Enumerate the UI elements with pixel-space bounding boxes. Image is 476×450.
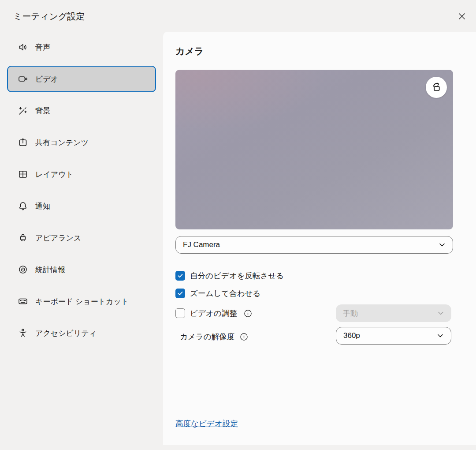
sidebar-item-label: アピアランス bbox=[35, 233, 81, 243]
sidebar-item-label: 統計情報 bbox=[35, 265, 65, 275]
info-icon[interactable] bbox=[240, 333, 248, 341]
rotate-camera-icon bbox=[431, 81, 442, 94]
sidebar-item-keyboard-shortcuts[interactable]: キーボード ショートカット bbox=[7, 288, 156, 315]
speaker-icon bbox=[18, 42, 28, 52]
section-heading: カメラ bbox=[175, 45, 204, 57]
sidebar-item-notifications[interactable]: 通知 bbox=[7, 193, 156, 219]
sidebar-item-label: 背景 bbox=[35, 106, 50, 116]
camera-resolution-select[interactable]: 360p bbox=[336, 327, 451, 345]
sidebar-item-accessibility[interactable]: アクセシビリティ bbox=[7, 320, 156, 346]
keyboard-icon bbox=[18, 296, 28, 307]
layout-grid-icon bbox=[18, 169, 28, 180]
paint-brush-icon bbox=[18, 232, 28, 243]
mirror-video-checkbox[interactable] bbox=[175, 271, 185, 281]
bell-icon bbox=[18, 201, 28, 211]
sidebar-item-label: アクセシビリティ bbox=[35, 328, 97, 338]
camera-resolution-row: カメラの解像度 bbox=[180, 331, 248, 342]
camera-preview bbox=[175, 70, 453, 229]
video-adjust-mode-value: 手動 bbox=[343, 308, 358, 319]
sidebar-item-video[interactable]: ビデオ bbox=[7, 66, 156, 92]
camera-resolution-value: 360p bbox=[343, 331, 360, 340]
magic-wand-icon bbox=[18, 105, 28, 116]
sidebar-item-background[interactable]: 背景 bbox=[7, 98, 156, 124]
zoom-to-fit-row: ズームして合わせる bbox=[175, 288, 260, 299]
sidebar-item-statistics[interactable]: 統計情報 bbox=[7, 256, 156, 283]
sidebar-item-label: レイアウト bbox=[35, 169, 74, 180]
video-adjust-label: ビデオの調整 bbox=[190, 308, 237, 319]
mirror-video-row: 自分のビデオを反転させる bbox=[175, 270, 284, 281]
video-camera-icon bbox=[18, 74, 28, 84]
close-icon bbox=[457, 12, 466, 22]
sidebar-item-label: 音声 bbox=[35, 42, 50, 52]
sidebar-item-label: キーボード ショートカット bbox=[35, 296, 129, 307]
info-icon[interactable] bbox=[244, 309, 252, 318]
mirror-video-label: 自分のビデオを反転させる bbox=[190, 270, 284, 281]
zoom-to-fit-label: ズームして合わせる bbox=[190, 288, 260, 299]
statistics-icon bbox=[18, 264, 28, 275]
zoom-to-fit-checkbox[interactable] bbox=[175, 289, 185, 298]
camera-resolution-label: カメラの解像度 bbox=[180, 331, 234, 342]
sidebar-item-appearance[interactable]: アピアランス bbox=[7, 225, 156, 251]
camera-device-value: FJ Camera bbox=[183, 240, 220, 249]
video-settings-panel: カメラ FJ Camera 自分のビデオを反転させる ズームして合わせる bbox=[163, 32, 476, 445]
sidebar-item-shared-content[interactable]: 共有コンテンツ bbox=[7, 129, 156, 156]
rotate-camera-button[interactable] bbox=[426, 77, 447, 98]
settings-sidebar: 音声 ビデオ 背景 共有コンテンツ bbox=[0, 34, 163, 346]
sidebar-item-layout[interactable]: レイアウト bbox=[7, 161, 156, 188]
chevron-down-icon bbox=[437, 310, 444, 317]
video-adjust-checkbox[interactable] bbox=[175, 308, 185, 318]
page-title: ミーティング設定 bbox=[13, 11, 85, 22]
sidebar-item-label: 通知 bbox=[35, 201, 50, 211]
chevron-down-icon bbox=[439, 241, 446, 248]
sidebar-item-audio[interactable]: 音声 bbox=[7, 34, 156, 60]
chevron-down-icon bbox=[437, 332, 444, 339]
advanced-video-settings-link[interactable]: 高度なビデオ設定 bbox=[175, 418, 238, 429]
video-adjust-mode-select: 手動 bbox=[336, 304, 451, 322]
close-button[interactable] bbox=[455, 10, 469, 24]
accessibility-icon bbox=[18, 328, 28, 338]
sidebar-item-label: 共有コンテンツ bbox=[35, 138, 89, 148]
share-content-icon bbox=[18, 137, 28, 148]
sidebar-item-label: ビデオ bbox=[35, 74, 58, 84]
video-adjust-row: ビデオの調整 bbox=[175, 308, 252, 319]
camera-device-select[interactable]: FJ Camera bbox=[175, 236, 453, 254]
